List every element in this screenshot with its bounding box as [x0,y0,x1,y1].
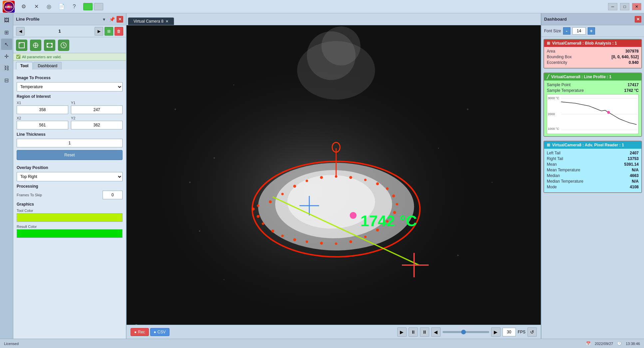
panel-header: Line Profile ▾ 📌 ✕ [13,13,126,25]
nav-next-button[interactable]: ▶ [95,27,103,36]
svg-point-29 [293,238,296,241]
image-to-process-select[interactable]: Temperature [17,82,123,91]
blob-icon: ⊞ [547,41,550,46]
grid-icon[interactable]: ⊟ [1,75,12,86]
frames-to-skip-input[interactable] [103,191,123,199]
virtual-camera-tab[interactable]: Virtual Camera 8 ✕ [128,17,174,25]
y2-input[interactable] [71,121,123,129]
nav-delete-button[interactable]: 🗑 [115,27,123,36]
virtual-camera-tab-close[interactable]: ✕ [165,19,168,24]
next-frame-button[interactable]: ▶ [491,327,500,337]
svg-point-32 [335,243,337,245]
bottom-bar: ● Rec ● CSV ▶ ⏸ ⏸ ◀ ▶ FPS ↺ [127,325,541,339]
adv-pixel-icon: ⊞ [547,143,550,147]
tab-dashboard[interactable]: Dashboard [33,62,62,70]
play-button[interactable]: ▶ [397,327,407,337]
result-color-swatch[interactable] [17,229,123,238]
maximize-button[interactable]: □ [620,3,629,10]
step-fwd-button[interactable]: ⏸ [420,327,429,337]
check-icon: ✅ [16,55,21,59]
panel-down-icon[interactable]: ▾ [101,16,107,23]
virtual-camera-tab-label: Virtual Camera 8 [134,19,163,24]
x2-input[interactable] [17,121,68,129]
close-tool-icon[interactable]: ✕ [33,3,40,10]
reset-button[interactable]: Reset [17,150,123,160]
font-size-input[interactable] [572,27,586,35]
valid-message: ✅ All parameters are valid. [13,53,126,61]
valid-text: All parameters are valid. [22,55,62,59]
run-btn[interactable] [83,3,93,10]
clock-icon-button[interactable] [58,40,69,51]
median-temp-label: Median Temperature [547,179,583,184]
dash-row-eccentricity: Eccentricity 0.940 [547,60,639,65]
close-button[interactable]: ✕ [632,3,641,10]
mean-label: Mean [547,162,557,167]
svg-text:3000 °C: 3000 °C [548,96,559,100]
status-bar-right: 📅 2022/09/27 🕐 13:38:46 [586,341,640,346]
svg-point-79 [607,111,610,114]
pause-btn[interactable] [94,3,103,10]
document-icon[interactable]: 📄 [58,3,65,10]
refresh-button[interactable]: ↺ [527,327,537,337]
dash-row-right-tail: Right Tail 13753 [547,156,639,161]
dashboard-title: Dashboard [544,17,567,22]
film-icon-button[interactable] [44,40,55,51]
prev-frame-button[interactable]: ◀ [431,327,441,337]
dashboard-close-icon[interactable]: ✕ [635,16,641,23]
median-value: 4663 [630,173,639,178]
mode-value: 4108 [630,185,639,189]
camera-canvas: 1742 °C 🔒 [127,25,541,325]
help-circle-icon[interactable]: ◎ [45,3,53,10]
settings-icon[interactable]: ⚙ [20,3,27,10]
tool-color-swatch[interactable] [17,213,123,222]
rec-dot-icon: ● [134,330,137,334]
roi-icon-button[interactable] [16,40,27,51]
median-label: Median [547,173,560,178]
result-color-label: Result Color [17,225,123,229]
x1-input[interactable] [17,105,68,114]
frames-skip-row: Frames To Skip [17,191,123,199]
nav-prev-button[interactable]: ◀ [16,27,25,36]
app-logo: XIRIS [3,1,15,13]
rec-button[interactable]: ● Rec [131,328,149,336]
step-back-button[interactable]: ⏸ [409,327,418,337]
line-thickness-input[interactable] [17,139,123,147]
bottom-left: ● Rec ● CSV [131,328,169,336]
median-temp-value: N/A [632,179,639,184]
nav-grid-button[interactable]: ⊞ [105,27,113,36]
svg-point-26 [262,223,264,225]
crosshair-icon-button[interactable] [30,40,41,51]
svg-text:🔒: 🔒 [526,324,537,325]
svg-point-43 [349,176,352,179]
minimize-button[interactable]: ─ [608,3,617,10]
link-icon[interactable]: ⛓ [1,63,12,74]
question-icon[interactable]: ? [71,3,78,10]
dash-row-mode: Mode 4108 [547,185,639,189]
image-icon[interactable]: 🖼 [1,15,12,26]
fps-input[interactable] [502,328,516,336]
sample-point-value: 17417 [628,83,639,87]
title-bar: XIRIS ⚙ ✕ ◎ 📄 ? ─ □ ✕ [0,0,644,13]
layers-icon[interactable]: ⊞ [1,27,12,38]
panel-close-icon[interactable]: ✕ [117,16,123,23]
progress-slider[interactable] [443,331,489,333]
dashboard-header: Dashboard ✕ [541,13,644,25]
y1-input[interactable] [71,105,123,114]
tab-tool[interactable]: Tool [16,62,33,70]
svg-point-28 [281,235,284,237]
svg-point-19 [321,27,360,66]
area-value: 307978 [625,49,639,54]
status-time: 13:38:46 [626,342,640,346]
cursor-icon[interactable]: ↖ [1,39,12,50]
overlay-position-select[interactable]: Top Right [17,172,123,181]
svg-point-61 [213,157,215,159]
move-icon[interactable]: ✛ [1,51,12,62]
camera-view: 1742 °C 🔒 [127,25,541,325]
panel-pin-icon[interactable]: 📌 [109,16,115,23]
font-size-plus-button[interactable]: + [588,27,595,35]
blob-analysis-card: ⊞ VirtualCamera8 : Blob Analysis : 1 Are… [543,39,642,69]
csv-button[interactable]: ● CSV [150,328,169,336]
center-tabs: Virtual Camera 8 ✕ [127,13,541,25]
fps-label: FPS [518,330,525,334]
font-size-minus-button[interactable]: - [563,27,570,35]
